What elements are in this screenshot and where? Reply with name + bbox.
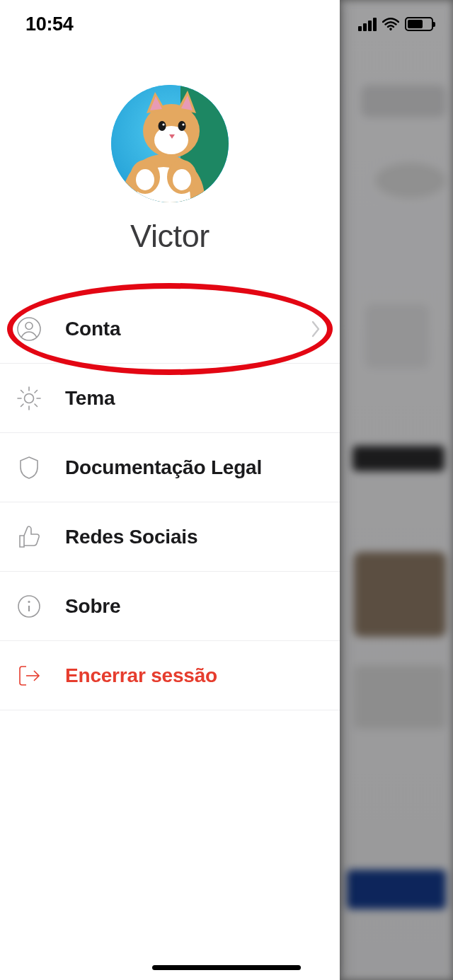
svg-point-8 <box>136 169 154 190</box>
chevron-right-icon <box>310 320 321 338</box>
svg-line-25 <box>21 404 24 407</box>
menu-list: Conta Tema Documentação Legal Redes Soci… <box>0 294 340 710</box>
svg-point-13 <box>178 121 186 131</box>
shield-icon <box>14 453 44 483</box>
svg-line-23 <box>21 390 24 393</box>
avatar[interactable] <box>111 85 229 202</box>
menu-item-logout[interactable]: Encerrar sessão <box>0 641 340 710</box>
menu-item-legal[interactable]: Documentação Legal <box>0 433 340 502</box>
menu-item-social[interactable]: Redes Sociais <box>0 502 340 572</box>
menu-item-theme[interactable]: Tema <box>0 364 340 433</box>
profile-section: Victor <box>0 85 340 255</box>
info-icon <box>14 592 44 621</box>
svg-point-15 <box>182 123 184 125</box>
menu-label-about: Sobre <box>65 595 321 618</box>
home-indicator[interactable] <box>152 965 301 970</box>
menu-label-account: Conta <box>65 318 289 340</box>
menu-label-theme: Tema <box>65 387 321 410</box>
svg-point-17 <box>25 322 33 329</box>
svg-point-29 <box>28 600 30 602</box>
svg-point-14 <box>162 123 164 125</box>
svg-point-9 <box>173 169 191 190</box>
menu-label-legal: Documentação Legal <box>65 456 321 479</box>
sun-icon <box>14 384 44 413</box>
profile-name: Victor <box>130 218 210 255</box>
backdrop-dim[interactable] <box>340 0 453 980</box>
side-drawer: Victor Conta Tema Documentação Legal <box>0 0 340 980</box>
menu-item-about[interactable]: Sobre <box>0 572 340 641</box>
svg-point-18 <box>25 393 34 403</box>
user-circle-icon <box>14 314 44 344</box>
menu-item-account[interactable]: Conta <box>0 294 340 364</box>
menu-label-logout: Encerrar sessão <box>65 664 321 687</box>
svg-point-12 <box>159 121 166 131</box>
thumbs-up-icon <box>14 522 44 552</box>
svg-line-26 <box>35 390 38 393</box>
menu-label-social: Redes Sociais <box>65 526 321 548</box>
svg-line-24 <box>35 404 38 407</box>
logout-icon <box>14 661 44 691</box>
